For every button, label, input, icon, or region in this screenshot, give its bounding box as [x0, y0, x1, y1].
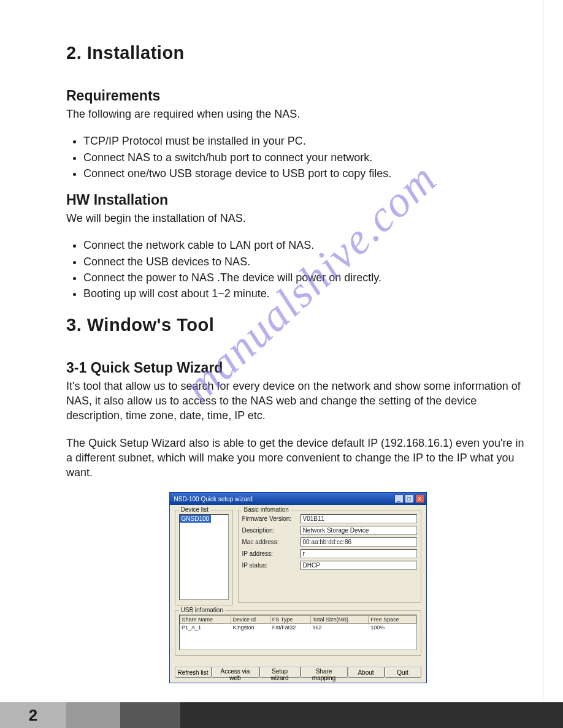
footer-seg3 [120, 702, 180, 728]
ipstat-value: DHCP [301, 561, 417, 570]
wizard-screenshot: NSD-100 Quick setup wizard _ □ X Device … [169, 492, 427, 683]
about-button[interactable]: About [348, 667, 385, 678]
wizard-window: NSD-100 Quick setup wizard _ □ X Device … [169, 492, 427, 683]
usb-info-panel: USB infomation Share Name Device Id FS T… [175, 610, 421, 656]
minimize-icon[interactable]: _ [394, 495, 404, 503]
page-content: manualshive.com 2. Installation Requirem… [0, 0, 563, 683]
desc-label: Description: [242, 527, 301, 534]
qsw-para2: The Quick Setup Wizard also is able to g… [66, 436, 529, 480]
heading-quick-setup-wizard: 3-1 Quick Setup Wizard [66, 360, 529, 376]
mac-label: Mac address: [242, 539, 301, 545]
requirements-list: TCP/IP Protocol must be installed in you… [83, 134, 529, 181]
hw-list: Connect the network cable to LAN port of… [83, 238, 529, 301]
table-row[interactable]: P1_A_1 Kingston Fat/Fat32 962 100% [180, 624, 416, 632]
cell: 100% [369, 624, 416, 632]
col-free-space: Free Space [369, 616, 416, 624]
list-item: Connect the power to NAS .The device wil… [83, 270, 529, 285]
heading-windows-tool: 3. Window's Tool [66, 315, 529, 335]
device-list-label: Device list [179, 506, 211, 513]
mac-value: 00:aa:bb:dd:cc:86 [301, 537, 417, 547]
basic-info-panel: Basic infomation Firmware Version:V01B11… [238, 510, 421, 605]
hw-intro: We will begin the installation of NAS. [66, 211, 529, 226]
list-item: Connect the network cable to LAN port of… [83, 238, 529, 252]
page-number-box: 2 [0, 702, 66, 728]
col-fs-type: FS Type [270, 616, 310, 624]
ip-label: IP address: [242, 550, 301, 557]
cell: Fat/Fat32 [270, 624, 310, 632]
col-device-id: Device Id [231, 616, 270, 624]
list-item: TCP/IP Protocol must be installed in you… [83, 134, 529, 148]
button-row: Refresh list Access via web Setup wizard… [175, 667, 421, 678]
heading-hw-installation: HW Installation [66, 192, 529, 208]
page-number: 2 [29, 706, 37, 725]
titlebar-buttons: _ □ X [394, 495, 424, 503]
device-item-selected[interactable]: GNSD100 [180, 515, 212, 523]
list-item: Booting up will cost about 1~2 minute. [83, 286, 529, 301]
fw-label: Firmware Version: [242, 515, 301, 522]
usb-table: Share Name Device Id FS Type Total Size(… [180, 615, 416, 631]
quit-button[interactable]: Quit [385, 667, 421, 678]
access-via-web-button[interactable]: Access via web [212, 667, 259, 678]
col-total-size: Total Size(MB) [310, 616, 369, 624]
usb-info-label: USB infomation [179, 607, 225, 613]
page-footer: 2 [0, 702, 563, 728]
window-title: NSD-100 Quick setup wizard [172, 496, 253, 502]
cell: Kingston [231, 624, 270, 632]
footer-seg2 [66, 702, 120, 728]
maximize-icon[interactable]: □ [405, 495, 414, 503]
share-mapping-button[interactable]: Share mapping [301, 667, 348, 678]
titlebar: NSD-100 Quick setup wizard _ □ X [170, 493, 426, 505]
qsw-para1: It's tool that allow us to search for ev… [66, 379, 529, 423]
basic-info-label: Basic infomation [242, 506, 291, 513]
ipstat-label: IP status: [242, 562, 301, 569]
cell: 962 [310, 624, 369, 632]
heading-requirements: Requirements [66, 88, 529, 104]
list-item: Connect NAS to a switch/hub port to conn… [83, 150, 529, 165]
close-icon[interactable]: X [415, 495, 424, 503]
cell: P1_A_1 [180, 624, 231, 632]
heading-installation: 2. Installation [66, 43, 529, 63]
desc-value: Network Storage Device [301, 526, 417, 535]
col-share-name: Share Name [180, 616, 231, 624]
footer-seg4 [180, 702, 563, 728]
setup-wizard-button[interactable]: Setup wizard [259, 667, 301, 678]
fw-value: V01B11 [301, 514, 417, 523]
list-item: Connect one/two USB storage device to US… [83, 166, 529, 181]
requirements-intro: The following are required when using th… [66, 107, 529, 121]
window-body: Device list GNSD100 Basic infomation Fir… [170, 505, 426, 683]
device-list-panel: Device list GNSD100 [175, 510, 233, 605]
list-item: Connect the USB devices to NAS. [83, 254, 529, 269]
device-listbox[interactable]: GNSD100 [179, 514, 229, 600]
refresh-list-button[interactable]: Refresh list [175, 667, 212, 678]
table-header-row: Share Name Device Id FS Type Total Size(… [180, 616, 416, 624]
ip-value: r [301, 549, 417, 558]
